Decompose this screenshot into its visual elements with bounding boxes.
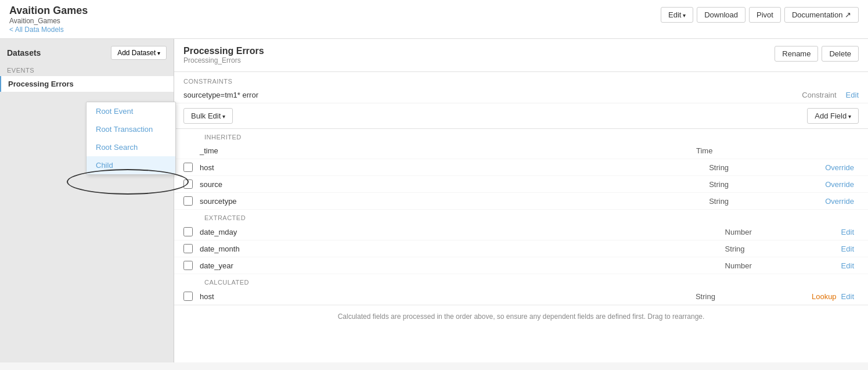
field-row-date-month: date_month String Edit (174, 240, 868, 257)
delete-button[interactable]: Delete (822, 46, 859, 62)
field-type-sourcetype: String (709, 197, 825, 206)
constraint-type: Constraint (802, 91, 836, 99)
field-name-host: host (200, 163, 709, 172)
events-section-label: EVENTS (0, 64, 174, 76)
field-checkbox-date-month[interactable] (183, 244, 193, 253)
field-name-date-mday: date_mday (200, 228, 725, 236)
constraint-edit-button[interactable]: Edit (846, 91, 859, 99)
footer-note: Calculated fields are processed in the o… (174, 305, 868, 328)
content-header: Processing Errors Processing_Errors Rena… (174, 39, 868, 72)
constraints-section: CONSTRAINTS sourcetype=tm1* error Constr… (174, 72, 868, 103)
sidebar-header: Datasets Add Dataset (0, 46, 174, 64)
main-layout: Datasets Add Dataset Root Event Root Tra… (0, 39, 868, 362)
header-left: Avaition Games Avaition_Games All Data M… (9, 5, 88, 34)
field-checkbox-date-year[interactable] (183, 261, 193, 270)
extracted-label: EXTRACTED (174, 210, 868, 224)
content-subtitle: Processing_Errors (183, 56, 264, 64)
dropdown-item-root-transaction[interactable]: Root Transaction (87, 120, 175, 138)
table-toolbar: Bulk Edit Add Field (174, 103, 868, 129)
field-lookup-host[interactable]: Lookup (812, 292, 837, 301)
add-dataset-dropdown: Root Event Root Transaction Root Search … (86, 102, 176, 175)
documentation-button[interactable]: Documentation ↗ (784, 7, 859, 23)
bulk-edit-button[interactable]: Bulk Edit (183, 108, 233, 124)
download-button[interactable]: Download (697, 7, 745, 23)
extracted-section: EXTRACTED date_mday Number Edit date_mon… (174, 210, 868, 274)
field-row-date-year: date_year Number Edit (174, 257, 868, 274)
app-subtitle: Avaition_Games (9, 17, 88, 25)
field-override-sourcetype[interactable]: Override (825, 197, 854, 206)
constraint-row: sourcetype=tm1* error Constraint Edit (174, 87, 868, 103)
field-checkbox-date-mday[interactable] (183, 227, 193, 236)
field-override-host[interactable]: Override (825, 163, 854, 172)
add-dataset-button[interactable]: Add Dataset (111, 46, 167, 60)
inherited-label: INHERITED (174, 129, 868, 143)
field-type-source: String (709, 180, 825, 189)
field-row-source: source String Override (174, 176, 868, 193)
calculated-section: CALCULATED host String Lookup Edit (174, 274, 868, 305)
rename-button[interactable]: Rename (775, 46, 818, 62)
field-checkbox-host-calc[interactable] (183, 292, 193, 301)
inherited-section: INHERITED _time Time host String Overrid… (174, 129, 868, 210)
breadcrumb-link[interactable]: All Data Models (9, 26, 64, 34)
content-header-left: Processing Errors Processing_Errors (183, 46, 264, 64)
field-name-sourcetype: sourcetype (200, 197, 709, 206)
field-checkbox-host[interactable] (183, 163, 193, 172)
field-type-date-mday: Number (725, 228, 841, 236)
field-name-source: source (200, 180, 709, 189)
sidebar-title: Datasets (7, 48, 41, 58)
field-checkbox-sourcetype[interactable] (183, 196, 193, 206)
edit-button[interactable]: Edit (661, 7, 693, 23)
field-edit-date-month[interactable]: Edit (841, 245, 854, 253)
field-type-date-year: Number (725, 261, 841, 270)
field-edit-host-calc[interactable]: Edit (841, 292, 854, 301)
header-right: Edit Download Pivot Documentation ↗ (661, 7, 859, 23)
field-name-host-calc: host (200, 292, 696, 301)
constraint-value: sourcetype=tm1* error (183, 91, 802, 99)
field-checkbox-source[interactable] (183, 179, 193, 189)
field-name-date-month: date_month (200, 245, 725, 253)
field-row-sourcetype: sourcetype String Override (174, 193, 868, 210)
field-row-host-inherited: host String Override (174, 159, 868, 176)
dropdown-item-child[interactable]: Child (87, 156, 175, 174)
dropdown-item-root-search[interactable]: Root Search (87, 138, 175, 156)
content-header-actions: Rename Delete (775, 46, 859, 62)
field-edit-date-year[interactable]: Edit (841, 261, 854, 270)
calculated-label: CALCULATED (174, 274, 868, 288)
app-title: Avaition Games (9, 5, 88, 17)
field-row-date-mday: date_mday Number Edit (174, 224, 868, 240)
pivot-button[interactable]: Pivot (749, 7, 781, 23)
field-edit-date-mday[interactable]: Edit (841, 228, 854, 236)
field-row-time: _time Time (174, 143, 868, 159)
field-type-host: String (709, 163, 825, 172)
field-type-date-month: String (725, 245, 841, 253)
dropdown-item-root-event[interactable]: Root Event (87, 102, 175, 120)
field-override-source[interactable]: Override (825, 180, 854, 189)
constraints-label: CONSTRAINTS (174, 72, 868, 87)
add-field-button[interactable]: Add Field (807, 108, 859, 124)
content-title: Processing Errors (183, 46, 264, 56)
field-name-date-year: date_year (200, 261, 725, 270)
header: Avaition Games Avaition_Games All Data M… (0, 0, 868, 39)
field-name-time: _time (200, 146, 696, 155)
field-type-time: Time (696, 146, 812, 155)
field-row-host-calculated: host String Lookup Edit (174, 288, 868, 305)
sidebar: Datasets Add Dataset Root Event Root Tra… (0, 39, 174, 362)
field-type-host-calc: String (696, 292, 812, 301)
content-area: Processing Errors Processing_Errors Rena… (174, 39, 868, 362)
sidebar-item-processing-errors[interactable]: Processing Errors (0, 76, 174, 92)
